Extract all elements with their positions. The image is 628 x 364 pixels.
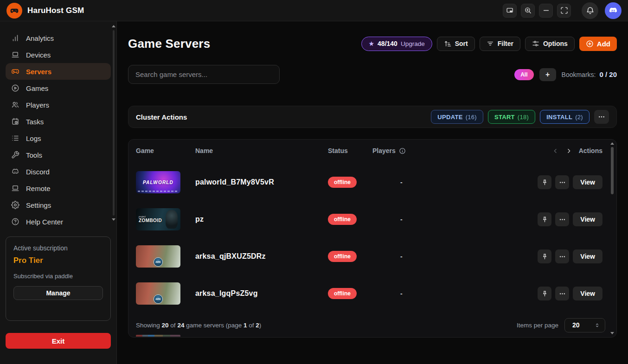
scrollbar-thumb[interactable]	[113, 30, 115, 216]
add-server-button[interactable]: Add	[579, 37, 617, 51]
cluster-actions-buttons: UPDATE (16) START (18) INSTALL (2)	[431, 110, 609, 124]
main-content: Game Servers ★ 48/140 Upgrade Sort Filte…	[117, 21, 628, 364]
subscription-heading: Active subscription	[13, 244, 103, 252]
players-count: -	[372, 179, 498, 186]
sidebar-item-label: Servers	[26, 68, 51, 76]
table-row: project ZOMBOID pz offline - View	[128, 201, 616, 238]
row-more-button[interactable]	[555, 287, 569, 300]
discord-button[interactable]	[605, 2, 622, 19]
pin-button[interactable]	[538, 175, 551, 189]
sidebar-item-label: Settings	[26, 201, 51, 209]
server-name: arksa_lgqPsZ5vg	[195, 289, 328, 298]
view-button[interactable]: View	[573, 175, 602, 189]
scroll-up-icon[interactable]	[610, 142, 614, 145]
sidebar-item-help-center[interactable]: Help Center	[6, 213, 111, 230]
pin-button[interactable]	[538, 249, 551, 263]
table-scrollbar[interactable]	[610, 142, 615, 334]
chevron-up-down-icon	[594, 322, 600, 328]
add-bookmark-button[interactable]: +	[539, 68, 556, 81]
sidebar-item-servers[interactable]: Servers	[6, 63, 111, 80]
pin-button[interactable]	[538, 212, 551, 226]
start-count: (18)	[518, 114, 529, 121]
pushpin-icon	[541, 253, 548, 260]
picture-in-picture-button[interactable]	[503, 4, 517, 18]
sidebar-item-settings[interactable]: Settings	[6, 197, 111, 213]
row-more-button[interactable]	[555, 175, 569, 189]
server-name: arksa_qjBXUZ5DRz	[195, 252, 328, 261]
sort-label: Sort	[455, 40, 468, 47]
sidebar-item-players[interactable]: Players	[6, 96, 111, 113]
info-icon[interactable]	[399, 147, 406, 154]
sidebar-item-games[interactable]: Games	[6, 80, 111, 96]
discord-icon	[608, 6, 618, 16]
row-actions: View	[498, 249, 609, 263]
fullscreen-button[interactable]	[557, 4, 571, 18]
manage-subscription-button[interactable]: Manage	[13, 286, 103, 300]
sidebar-nav: Analytics Devices Servers Games Players …	[6, 30, 111, 230]
column-name: Name	[195, 147, 328, 154]
bookmark-filter-all-button[interactable]: All	[514, 69, 533, 80]
actions-label: Actions	[579, 147, 602, 154]
view-button[interactable]: View	[573, 212, 602, 226]
search-input[interactable]	[128, 65, 280, 84]
sidebar-item-tasks[interactable]: Tasks	[6, 113, 111, 130]
sidebar-item-remote[interactable]: Remote	[6, 180, 111, 197]
sidebar-item-discord[interactable]: Discord	[6, 163, 111, 180]
ellipsis-icon	[559, 179, 566, 186]
status-badge: offline	[328, 177, 357, 188]
table-row: ARK arksa_qjBXUZ5DRz offline - View	[128, 238, 616, 275]
zoom-in-button[interactable]	[521, 4, 535, 18]
scroll-down-icon[interactable]	[610, 332, 614, 334]
row-more-button[interactable]	[555, 212, 569, 226]
scroll-down-icon[interactable]	[112, 218, 115, 221]
cluster-update-button[interactable]: UPDATE (16)	[431, 110, 483, 124]
notifications-bell-button[interactable]	[582, 2, 598, 19]
options-button[interactable]: Options	[525, 37, 575, 51]
sidebar-item-tools[interactable]: Tools	[6, 147, 111, 163]
bookmarks-group: All + Bookmarks: 0 / 20	[514, 68, 617, 81]
row-actions: View	[498, 287, 609, 300]
sort-button[interactable]: Sort	[437, 37, 475, 51]
start-label: START	[494, 114, 515, 121]
columns-next-button[interactable]	[565, 147, 572, 154]
sidebar-item-analytics[interactable]: Analytics	[6, 30, 111, 46]
filter-lines-icon	[487, 40, 494, 47]
sidebar-item-label: Analytics	[26, 34, 54, 42]
view-button[interactable]: View	[573, 287, 602, 300]
view-button[interactable]: View	[573, 249, 602, 263]
scrollbar-thumb[interactable]	[611, 147, 614, 194]
sidebar-item-devices[interactable]: Devices	[6, 46, 111, 63]
players-count: -	[372, 216, 498, 223]
status-badge: offline	[328, 251, 357, 262]
upgrade-button[interactable]: ★ 48/140 Upgrade	[361, 37, 432, 51]
minimize-button[interactable]	[539, 4, 553, 18]
columns-prev-button[interactable]	[552, 147, 559, 154]
items-per-page-select[interactable]: 20	[564, 318, 605, 332]
laptop-icon	[11, 184, 19, 192]
pushpin-icon	[541, 216, 548, 223]
players-count: -	[372, 253, 498, 260]
table-row: ARK arksa_lgqPsZ5vg offline - View	[128, 275, 616, 312]
sidebar-item-label: Players	[26, 101, 49, 109]
sidebar-item-label: Tasks	[26, 118, 44, 126]
add-label: Add	[597, 40, 610, 48]
sidebar-item-label: Logs	[26, 134, 41, 142]
pin-button[interactable]	[538, 287, 551, 300]
cluster-install-button[interactable]: INSTALL (2)	[540, 110, 590, 124]
items-per-page-label: Items per page	[517, 322, 558, 329]
help-circle-icon	[11, 217, 19, 226]
table-rows: PALWORLD palworld_B7My8V5vR offline - Vi…	[128, 162, 616, 312]
filter-button[interactable]: Filter	[480, 37, 520, 51]
sidebar-item-label: Help Center	[26, 218, 63, 226]
subscription-provider: Subscribed via paddle	[13, 273, 103, 280]
row-more-button[interactable]	[555, 249, 569, 263]
exit-button[interactable]: Exit	[6, 333, 111, 349]
upgrade-label: Upgrade	[401, 40, 425, 47]
sidebar-item-logs[interactable]: Logs	[6, 130, 111, 147]
column-status: Status	[328, 147, 372, 154]
sidebar-scrollbar[interactable]	[112, 25, 115, 230]
ellipsis-icon	[559, 253, 566, 260]
cluster-start-button[interactable]: START (18)	[488, 110, 535, 124]
scroll-up-icon[interactable]	[112, 25, 115, 27]
cluster-more-button[interactable]	[594, 110, 609, 124]
